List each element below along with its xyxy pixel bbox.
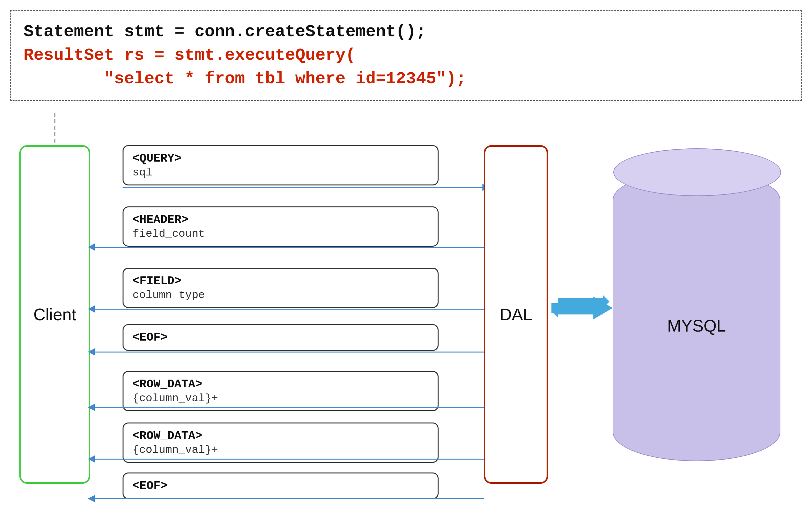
msg-box-header: <HEADER> field_count (122, 206, 438, 247)
arrow-rowdata1-left (93, 407, 484, 408)
msg-sub-field: column_type (132, 289, 429, 301)
svg-marker-4 (551, 305, 603, 318)
msg-title-rowdata1: <ROW_DATA> (132, 378, 429, 391)
mysql-label: MYSQL (667, 316, 726, 336)
msg-sub-query: sql (132, 167, 429, 179)
diagram-area: Client <QUERY> sql <HEADER> field_count … (0, 113, 812, 527)
client-label: Client (33, 305, 76, 324)
msg-title-rowdata2: <ROW_DATA> (132, 429, 429, 442)
client-box: Client (19, 145, 90, 484)
msg-box-query: <QUERY> sql (122, 145, 438, 185)
msg-title-eof1: <EOF> (132, 331, 429, 344)
msg-sub-header: field_count (132, 228, 429, 240)
svg-marker-3 (558, 295, 609, 308)
mysql-cylinder: MYSQL (613, 171, 780, 461)
msg-box-rowdata1: <ROW_DATA> {column_val}+ (122, 371, 438, 411)
msg-box-rowdata2: <ROW_DATA> {column_val}+ (122, 423, 438, 463)
dal-label: DAL (499, 305, 532, 324)
msg-box-eof1: <EOF> (122, 324, 438, 351)
code-line-3: "select * from tbl where id=12345"); (24, 67, 788, 91)
msg-sub-rowdata2: {column_val}+ (132, 444, 429, 456)
arrow-header-left (93, 247, 484, 248)
msg-title-query: <QUERY> (132, 152, 429, 165)
code-line-2: ResultSet rs = stmt.executeQuery( (24, 44, 788, 67)
dal-box: DAL (484, 145, 548, 484)
msg-title-field: <FIELD> (132, 274, 429, 288)
arrow-query-right (122, 187, 484, 188)
msg-title-header: <HEADER> (132, 213, 429, 226)
code-box: Statement stmt = conn.createStatement();… (10, 10, 802, 101)
mysql-container: MYSQL (613, 171, 780, 461)
msg-box-field: <FIELD> column_type (122, 268, 438, 308)
code-line-1: Statement stmt = conn.createStatement(); (24, 20, 788, 44)
arrow-field-left (93, 309, 484, 310)
msg-sub-rowdata1: {column_val}+ (132, 392, 429, 404)
arrow-eof2-left (93, 498, 484, 499)
arrow-eof1-left (93, 352, 484, 353)
arrow-rowdata2-left (93, 459, 484, 460)
dal-mysql-double-arrow-svg (551, 294, 609, 319)
msg-title-eof2: <EOF> (132, 479, 429, 493)
dal-mysql-arrow (551, 294, 609, 319)
msg-box-eof2: <EOF> (122, 472, 438, 499)
